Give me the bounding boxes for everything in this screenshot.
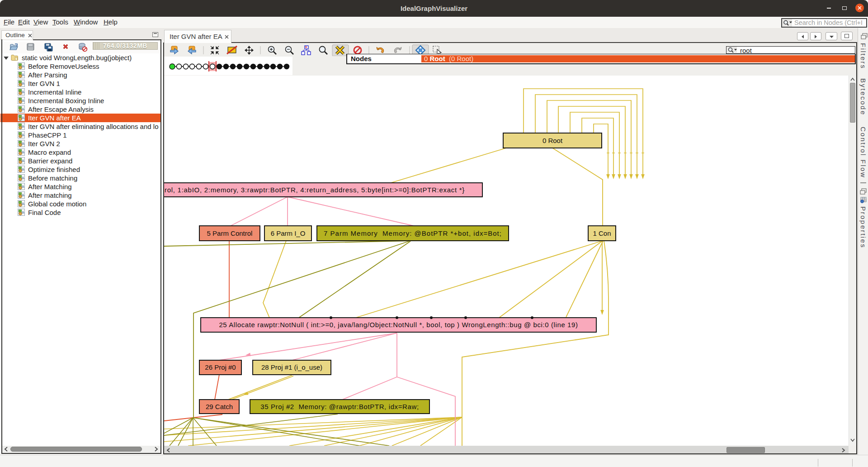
svg-text:0 Root: 0 Root — [542, 137, 563, 144]
svg-text:7 Parm Memory Memory: @BotPTR: 7 Parm Memory Memory: @BotPTR *+bot, idx… — [324, 229, 502, 237]
svg-text:rol, 1:abIO, 2:memory, 3:rawpt: rol, 1:abIO, 2:memory, 3:rawptr:BotPTR, … — [165, 186, 465, 194]
svg-text:28 Proj #1 (i_o_use): 28 Proj #1 (i_o_use) — [261, 363, 322, 371]
svg-text:6 Parm I_O: 6 Parm I_O — [271, 229, 306, 237]
svg-text:25 Allocate rawptr:NotNull ( i: 25 Allocate rawptr:NotNull ( int:>=0, ja… — [219, 321, 578, 329]
svg-text:29 Catch: 29 Catch — [206, 403, 233, 410]
svg-text:35 Proj #2 Memory: @rawptr:Bo: 35 Proj #2 Memory: @rawptr:BotPTR, idx=R… — [260, 403, 419, 410]
svg-text:26 Proj #0: 26 Proj #0 — [205, 363, 236, 371]
svg-text:5 Parm Control: 5 Parm Control — [207, 229, 253, 237]
svg-text:1 Con: 1 Con — [593, 229, 611, 237]
